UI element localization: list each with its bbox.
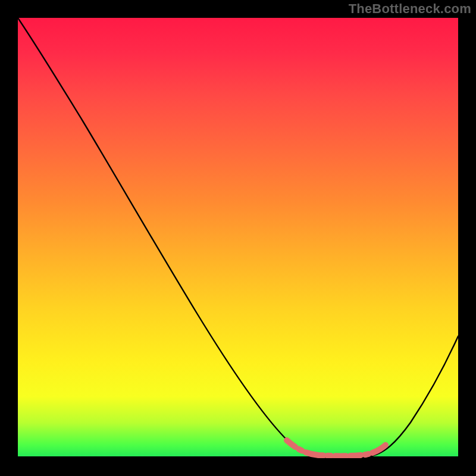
minimum-highlight	[287, 440, 386, 456]
attribution-label: TheBottleneck.com	[349, 1, 471, 17]
baseline-fill	[18, 456, 458, 458]
bottleneck-curve	[18, 18, 458, 457]
chart-frame: TheBottleneck.com	[0, 0, 476, 476]
curve-svg	[18, 18, 458, 458]
plot-area	[18, 18, 458, 458]
